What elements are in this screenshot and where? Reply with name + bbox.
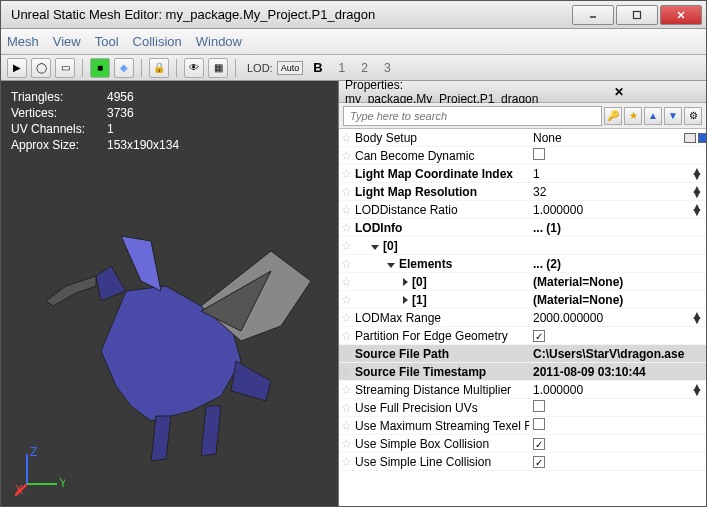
prop-element-0[interactable]: ☆ [0] (Material=None) (339, 273, 706, 291)
separator (235, 59, 236, 77)
search-fav-icon[interactable]: ★ (624, 107, 642, 125)
svg-rect-1 (634, 11, 641, 18)
menu-mesh[interactable]: Mesh (7, 34, 39, 49)
tool-wire-icon[interactable]: ■ (90, 58, 110, 78)
fav-icon[interactable]: ☆ (339, 455, 353, 469)
svg-text:Y: Y (59, 476, 65, 490)
fav-icon[interactable]: ☆ (339, 221, 353, 235)
prop-body-setup[interactable]: ☆ Body Setup None (339, 129, 706, 147)
checkbox[interactable]: ✓ (533, 438, 545, 450)
properties-header: Properties: my_package.My_Project.P1_dra… (339, 81, 706, 103)
checkbox[interactable] (533, 400, 545, 412)
fav-icon[interactable]: ☆ (339, 383, 353, 397)
use-icon[interactable] (698, 133, 706, 143)
spinner[interactable]: ▲▼ (691, 169, 703, 179)
prop-use-simple-box-collision[interactable]: ☆ Use Simple Box Collision ✓ (339, 435, 706, 453)
menu-view[interactable]: View (53, 34, 81, 49)
spinner[interactable]: ▲▼ (691, 385, 703, 395)
prop-lodmax-range[interactable]: ☆ LODMax Range 2000.000000 ▲▼ (339, 309, 706, 327)
tool-box-icon[interactable]: ▭ (55, 58, 75, 78)
prop-partition-edge-geometry[interactable]: ☆ Partition For Edge Geometry ✓ (339, 327, 706, 345)
close-button[interactable] (660, 5, 702, 25)
checkbox[interactable] (533, 418, 545, 430)
menu-tool[interactable]: Tool (95, 34, 119, 49)
lod-2-button[interactable]: 2 (361, 61, 368, 75)
prop-elements[interactable]: ☆ Elements ... (2) (339, 255, 706, 273)
expand-icon[interactable] (403, 278, 408, 286)
search-options-icon[interactable]: ⚙ (684, 107, 702, 125)
expand-icon[interactable] (371, 245, 379, 250)
prop-element-1[interactable]: ☆ [1] (Material=None) (339, 291, 706, 309)
maximize-button[interactable] (616, 5, 658, 25)
3d-viewport[interactable]: Triangles:4956 Vertices:3736 UV Channels… (1, 81, 338, 506)
spinner[interactable]: ▲▼ (691, 313, 703, 323)
separator (82, 59, 83, 77)
fav-icon[interactable]: ☆ (339, 365, 353, 379)
svg-marker-10 (201, 406, 221, 456)
fav-icon[interactable]: ☆ (339, 149, 353, 163)
spinner[interactable]: ▲▼ (691, 187, 703, 197)
prop-lodinfo-0[interactable]: ☆ [0] (339, 237, 706, 255)
properties-searchbar: 🔑 ★ ▲ ▼ ⚙ (339, 103, 706, 129)
search-key-icon[interactable]: 🔑 (604, 107, 622, 125)
window-title: Unreal Static Mesh Editor: my_package.My… (1, 7, 572, 22)
fav-icon[interactable]: ☆ (339, 329, 353, 343)
menu-collision[interactable]: Collision (133, 34, 182, 49)
fav-icon[interactable]: ☆ (339, 203, 353, 217)
fav-icon[interactable]: ☆ (339, 293, 353, 307)
prop-lightmap-coord-index[interactable]: ☆ Light Map Coordinate Index 1 ▲▼ (339, 165, 706, 183)
prop-can-become-dynamic[interactable]: ☆ Can Become Dynamic (339, 147, 706, 165)
svg-marker-6 (121, 236, 161, 291)
prop-lodinfo[interactable]: ☆ LODInfo ... (1) (339, 219, 706, 237)
lod-auto-button[interactable]: Auto (277, 61, 304, 75)
fav-icon[interactable]: ☆ (339, 419, 353, 433)
fav-icon[interactable]: ☆ (339, 131, 353, 145)
tool-realtime-icon[interactable]: ▶ (7, 58, 27, 78)
properties-close-icon[interactable]: ✕ (538, 85, 700, 99)
search-up-icon[interactable]: ▲ (644, 107, 662, 125)
prop-use-simple-line-collision[interactable]: ☆ Use Simple Line Collision ✓ (339, 453, 706, 471)
search-input[interactable] (343, 106, 602, 126)
fav-icon[interactable]: ☆ (339, 275, 353, 289)
prop-lod-distance-ratio[interactable]: ☆ LODDistance Ratio 1.000000 ▲▼ (339, 201, 706, 219)
checkbox[interactable]: ✓ (533, 330, 545, 342)
prop-lightmap-resolution[interactable]: ☆ Light Map Resolution 32 ▲▼ (339, 183, 706, 201)
lod-base-button[interactable]: B (313, 60, 322, 75)
properties-panel: Properties: my_package.My_Project.P1_dra… (338, 81, 706, 506)
prop-use-full-precision-uvs[interactable]: ☆ Use Full Precision UVs (339, 399, 706, 417)
fav-icon[interactable]: ☆ (339, 347, 353, 361)
browse-icon[interactable] (684, 133, 696, 143)
svg-marker-5 (96, 266, 126, 301)
fav-icon[interactable]: ☆ (339, 167, 353, 181)
svg-marker-12 (46, 276, 96, 306)
menu-window[interactable]: Window (196, 34, 242, 49)
window-titlebar: Unreal Static Mesh Editor: my_package.My… (1, 1, 706, 29)
checkbox[interactable] (533, 148, 545, 160)
prop-source-file-timestamp[interactable]: ☆ Source File Timestamp 2011-08-09 03:10… (339, 363, 706, 381)
fav-icon[interactable]: ☆ (339, 311, 353, 325)
axis-gizmo: Z Y X (15, 446, 65, 496)
tool-grid-icon[interactable]: ▦ (208, 58, 228, 78)
expand-icon[interactable] (387, 263, 395, 268)
minimize-button[interactable] (572, 5, 614, 25)
properties-title: Properties: my_package.My_Project.P1_dra… (345, 78, 538, 106)
lod-3-button[interactable]: 3 (384, 61, 391, 75)
lod-1-button[interactable]: 1 (339, 61, 346, 75)
prop-use-max-streaming-texel[interactable]: ☆ Use Maximum Streaming Texel R (339, 417, 706, 435)
fav-icon[interactable]: ☆ (339, 437, 353, 451)
tool-cube-icon[interactable]: ◆ (114, 58, 134, 78)
fav-icon[interactable]: ☆ (339, 239, 353, 253)
tool-sphere-icon[interactable]: ◯ (31, 58, 51, 78)
tool-lock-icon[interactable]: 🔒 (149, 58, 169, 78)
prop-source-file-path[interactable]: ☆ Source File Path C:\Users\StarV\dragon… (339, 345, 706, 363)
fav-icon[interactable]: ☆ (339, 257, 353, 271)
checkbox[interactable]: ✓ (533, 456, 545, 468)
spinner[interactable]: ▲▼ (691, 205, 703, 215)
fav-icon[interactable]: ☆ (339, 401, 353, 415)
tool-eye-icon[interactable]: 👁 (184, 58, 204, 78)
prop-streaming-distance-multiplier[interactable]: ☆ Streaming Distance Multiplier 1.000000… (339, 381, 706, 399)
search-down-icon[interactable]: ▼ (664, 107, 682, 125)
fav-icon[interactable]: ☆ (339, 185, 353, 199)
expand-icon[interactable] (403, 296, 408, 304)
svg-text:Z: Z (30, 446, 37, 459)
